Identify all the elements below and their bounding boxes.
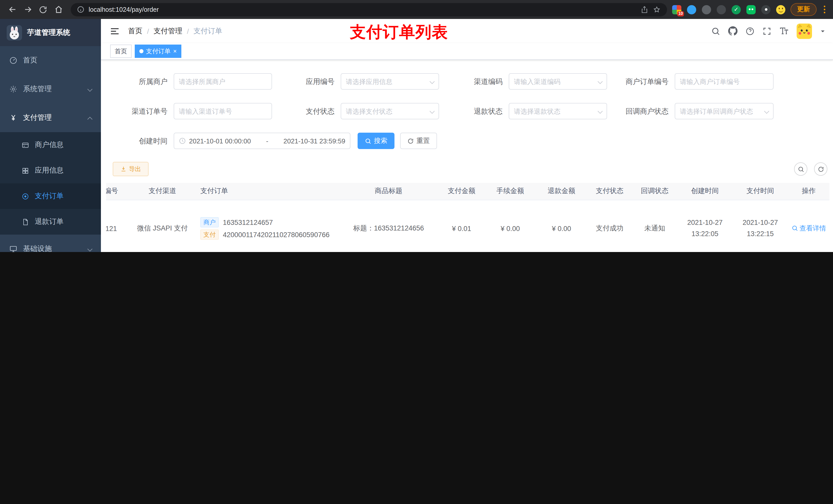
- chevron-down-icon: [598, 77, 602, 86]
- font-size-icon[interactable]: [779, 26, 789, 36]
- sidebar-item-home[interactable]: 首页: [0, 46, 101, 75]
- view-details-link[interactable]: 查看详情: [791, 224, 826, 233]
- help-icon[interactable]: [745, 26, 755, 35]
- cell-actions: 查看详情: [788, 200, 829, 252]
- chrome-update-button[interactable]: 更新: [790, 3, 817, 16]
- cell-create-time: 2021-10-2713:22:05: [677, 200, 733, 252]
- table-row: 121 微信 JSAPI 支付 商户 1635312124657 支: [106, 200, 829, 252]
- site-info-icon[interactable]: [77, 6, 85, 13]
- search-button[interactable]: 搜索: [358, 133, 395, 149]
- app-logo[interactable]: 芋道管理系统: [0, 19, 101, 46]
- merchant-order-no-field: [675, 73, 774, 90]
- refresh-icon: [407, 138, 414, 144]
- share-icon[interactable]: [640, 5, 648, 14]
- chevron-down-icon: [430, 77, 434, 86]
- col-pay-time: 支付时间: [733, 183, 788, 200]
- tab-pay-order[interactable]: 支付订单 ×: [135, 45, 181, 58]
- github-icon[interactable]: [728, 26, 738, 36]
- screen: localhost:1024/pay/order 10 ✓ 更新: [0, 0, 833, 252]
- refund-status-input[interactable]: [514, 107, 595, 115]
- browser-menu-icon[interactable]: [821, 4, 828, 15]
- search-icon: [365, 138, 372, 144]
- col-refund: 退款金额: [536, 183, 587, 200]
- channel-code-input[interactable]: [514, 78, 595, 85]
- extension-icon-green-chat[interactable]: [746, 5, 756, 14]
- extension-icon-blue-drop[interactable]: [687, 5, 696, 14]
- col-title: 商品标题: [339, 183, 438, 200]
- cell-fee: ¥ 0.00: [485, 200, 536, 252]
- top-navbar: 首页 / 支付管理 / 支付订单 支付订单列表: [101, 19, 833, 43]
- merchant-input[interactable]: [179, 78, 267, 85]
- sidebar-item-merchant-info[interactable]: 商户信息: [0, 132, 101, 158]
- tab-home[interactable]: 首页: [110, 45, 132, 58]
- filter-label-channel-order-no: 渠道订单号: [106, 103, 168, 119]
- channel-order-no-input[interactable]: [179, 107, 267, 115]
- cell-channel: 微信 JSAPI 支付: [129, 200, 195, 252]
- card-icon: [22, 141, 29, 149]
- refresh-icon: [817, 166, 824, 172]
- active-tab-dot: [139, 49, 143, 53]
- reset-button[interactable]: 重置: [400, 133, 437, 149]
- refund-status-select: [509, 103, 607, 119]
- caret-down-icon[interactable]: [820, 28, 826, 34]
- grid-icon: [22, 167, 29, 174]
- chevron-down-icon: [765, 106, 768, 116]
- payment-submenu: 商户信息 应用信息 支付订单 退款订单: [0, 132, 101, 235]
- clock-icon: [179, 137, 186, 144]
- sidebar-item-infra[interactable]: 基础设施: [0, 235, 101, 252]
- extensions-area: 10 ✓: [672, 5, 785, 14]
- col-channel: 支付渠道: [129, 183, 195, 200]
- merchant-select: [174, 73, 272, 90]
- url-text: localhost:1024/pay/order: [89, 6, 159, 13]
- channel-order-no-field: [174, 103, 272, 119]
- extension-icon-colorful[interactable]: 10: [672, 5, 681, 14]
- pay-tag: 支付: [200, 230, 219, 240]
- extension-icon-pin[interactable]: [761, 5, 770, 14]
- browser-reload-button[interactable]: [36, 2, 50, 17]
- browser-back-button[interactable]: [5, 2, 20, 17]
- address-bar[interactable]: localhost:1024/pay/order: [71, 3, 667, 16]
- filter-label-app: 应用编号: [273, 73, 335, 90]
- table-header-row: 编号 支付渠道 支付订单 商品标题 支付金额 手续金额 退款金额 支付状态 回调…: [106, 183, 829, 200]
- export-button[interactable]: 导出: [113, 162, 148, 176]
- chevron-down-icon: [88, 85, 92, 93]
- browser-toolbar: localhost:1024/pay/order 10 ✓ 更新: [0, 0, 833, 19]
- bookmark-star-icon[interactable]: [653, 5, 661, 14]
- sidebar-item-app-info[interactable]: 应用信息: [0, 158, 101, 183]
- sidebar-item-system[interactable]: 系统管理: [0, 75, 101, 103]
- order-table-body: 121 微信 JSAPI 支付 商户 1635312124657 支: [106, 200, 829, 252]
- navbar-right-menu: [711, 23, 833, 39]
- back-icon: [7, 5, 17, 14]
- cell-id: 121: [106, 200, 129, 252]
- merchant-tag: 商户: [200, 217, 219, 227]
- sidebar-item-refund-order[interactable]: 退款订单: [0, 209, 101, 235]
- search-icon[interactable]: [711, 26, 720, 35]
- create-time-range-picker[interactable]: 2021-10-01 00:00:00 - 2021-10-31 23:59:5…: [174, 133, 351, 149]
- user-avatar[interactable]: [796, 23, 812, 39]
- browser-home-button[interactable]: [51, 2, 66, 17]
- pay-status-input[interactable]: [346, 107, 427, 115]
- extension-icon-green-check[interactable]: ✓: [732, 5, 741, 14]
- extension-icon-dark-circle-2[interactable]: [717, 5, 726, 14]
- refresh-table-button[interactable]: [814, 162, 827, 176]
- sidebar-item-payment[interactable]: 支付管理: [0, 103, 101, 132]
- fullscreen-icon[interactable]: [762, 26, 771, 35]
- extension-icon-dark-circle[interactable]: [702, 5, 711, 14]
- breadcrumb-home[interactable]: 首页: [128, 26, 142, 35]
- merchant-order-no-input[interactable]: [680, 78, 768, 85]
- browser-profile-avatar[interactable]: [776, 5, 785, 14]
- close-tab-icon[interactable]: ×: [173, 48, 177, 54]
- sidebar-item-pay-order[interactable]: 支付订单: [0, 183, 101, 209]
- app-input[interactable]: [346, 78, 427, 85]
- forward-icon: [23, 5, 32, 14]
- col-amount: 支付金额: [438, 183, 485, 200]
- browser-forward-button[interactable]: [21, 2, 35, 17]
- download-icon: [120, 166, 126, 172]
- col-pay-order: 支付订单: [195, 183, 339, 200]
- toggle-search-panel-button[interactable]: [794, 162, 807, 176]
- cell-pay-time: 2021-10-2713:22:15: [733, 200, 788, 252]
- fold-sidebar-button[interactable]: [110, 26, 120, 36]
- home-icon: [53, 5, 63, 14]
- breadcrumb-pay-manage[interactable]: 支付管理: [154, 26, 182, 35]
- notify-status-input[interactable]: [680, 107, 762, 115]
